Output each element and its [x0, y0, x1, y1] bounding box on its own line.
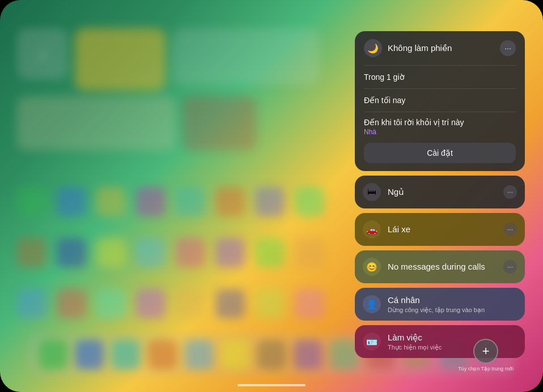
- dnd-option-tonight[interactable]: Đến tối nay: [355, 89, 525, 112]
- focus-text-drive: Lái xe: [388, 224, 503, 235]
- add-focus-container: + Tùy chọn Tập trung mới: [458, 339, 514, 372]
- nomsg-more-button[interactable]: ···: [503, 260, 517, 274]
- focus-name-sleep: Ngủ: [388, 187, 503, 197]
- app-icon: [136, 238, 166, 267]
- personal-icon: 👤: [363, 295, 381, 313]
- focus-name-nomsg: No messages during calls: [388, 262, 503, 272]
- dnd-more-button[interactable]: ···: [500, 40, 516, 56]
- focus-item-drive[interactable]: 🚗 Lái xe ···: [355, 213, 525, 246]
- add-icon: +: [482, 344, 490, 359]
- ipad-background: ›: [0, 0, 543, 392]
- focus-item-nomsg[interactable]: 😊 No messages during calls ···: [355, 250, 525, 283]
- widget-area: ›: [17, 28, 334, 187]
- app-icon: [176, 238, 205, 267]
- moon-icon: 🌙: [364, 39, 382, 57]
- add-focus-label: Tùy chọn Tập trung mới: [458, 366, 514, 372]
- app-icon: [136, 187, 166, 216]
- app-icon: [255, 187, 285, 216]
- app-icon: [295, 238, 324, 267]
- app-icon: [215, 187, 245, 216]
- add-focus-button[interactable]: +: [473, 339, 498, 364]
- dnd-settings-button[interactable]: Cài đặt: [364, 143, 516, 163]
- app-icon: [215, 238, 245, 267]
- widget-red: [183, 96, 256, 150]
- focus-name-personal: Cá nhân: [388, 295, 517, 305]
- app-icon: [215, 289, 245, 318]
- home-indicator: [237, 384, 306, 386]
- dock-icon[interactable]: [185, 340, 213, 369]
- focus-item-personal[interactable]: 👤 Cá nhân Dừng công việc, tập trung vào …: [355, 288, 525, 321]
- dock-icon[interactable]: [257, 340, 286, 369]
- dnd-dropdown: 🌙 Không làm phiền ··· Trong 1 giờ Đến tố…: [355, 31, 525, 171]
- focus-text-nomsg: No messages during calls: [388, 262, 503, 272]
- dock-icon[interactable]: [221, 340, 249, 369]
- dnd-title: Không làm phiền: [388, 43, 452, 53]
- app-row-3: [17, 289, 324, 318]
- focus-sub-personal: Dừng công việc, tập trung vào bạn: [388, 306, 517, 314]
- app-icon: [96, 289, 126, 318]
- drive-icon: 🚗: [363, 220, 381, 238]
- app-icon: [96, 238, 126, 267]
- work-icon: 🪪: [363, 333, 381, 351]
- dnd-header-left: 🌙 Không làm phiền: [364, 39, 452, 57]
- app-icon: [255, 238, 285, 267]
- dnd-option-location-text: Đến khi tôi rời khỏi vị trí này: [364, 118, 516, 127]
- drive-more-button[interactable]: ···: [503, 223, 517, 236]
- settings-btn-row: Cài đặt: [355, 138, 525, 171]
- widget-arrow: ›: [17, 28, 68, 79]
- sleep-more-button[interactable]: ···: [503, 185, 517, 199]
- app-icon: [17, 238, 46, 267]
- focus-text-personal: Cá nhân Dừng công việc, tập trung vào bạ…: [388, 295, 517, 314]
- dnd-option-1hour[interactable]: Trong 1 giờ: [355, 66, 525, 88]
- dnd-header: 🌙 Không làm phiền ···: [355, 31, 525, 65]
- widget-bottom: [17, 96, 176, 150]
- dock-icon[interactable]: [39, 340, 67, 369]
- app-icon: [295, 187, 324, 216]
- widget-large: [172, 28, 320, 85]
- app-row-1: [17, 187, 324, 216]
- dock-icon[interactable]: [330, 340, 358, 369]
- dock-icon[interactable]: [294, 340, 322, 369]
- dnd-location-sublabel: Nhà: [364, 128, 516, 136]
- app-icon: [17, 187, 46, 216]
- app-row-2: [17, 238, 324, 267]
- focus-text-sleep: Ngủ: [388, 187, 503, 197]
- app-icon: [176, 187, 205, 216]
- app-icon: [176, 289, 205, 318]
- app-icon: [295, 289, 324, 318]
- sleep-icon: 🛏: [363, 183, 381, 201]
- dnd-option-location[interactable]: Đến khi tôi rời khỏi vị trí này Nhà: [355, 112, 525, 138]
- focus-name-drive: Lái xe: [388, 224, 503, 235]
- app-icon: [96, 187, 126, 216]
- app-icon: [17, 289, 46, 318]
- app-icon: [57, 187, 86, 216]
- app-icon: [57, 289, 86, 318]
- nomsg-icon: 😊: [363, 258, 381, 276]
- app-icon: [57, 238, 86, 267]
- focus-panel: 🌙 Không làm phiền ··· Trong 1 giờ Đến tố…: [355, 31, 525, 358]
- app-icon: [136, 289, 166, 318]
- dock-icon[interactable]: [112, 340, 140, 369]
- app-icon: [255, 289, 285, 318]
- widget-yellow: [75, 28, 166, 91]
- dock-icon[interactable]: [75, 340, 104, 369]
- dock-icon[interactable]: [148, 340, 176, 369]
- focus-item-sleep[interactable]: 🛏 Ngủ ···: [355, 176, 525, 208]
